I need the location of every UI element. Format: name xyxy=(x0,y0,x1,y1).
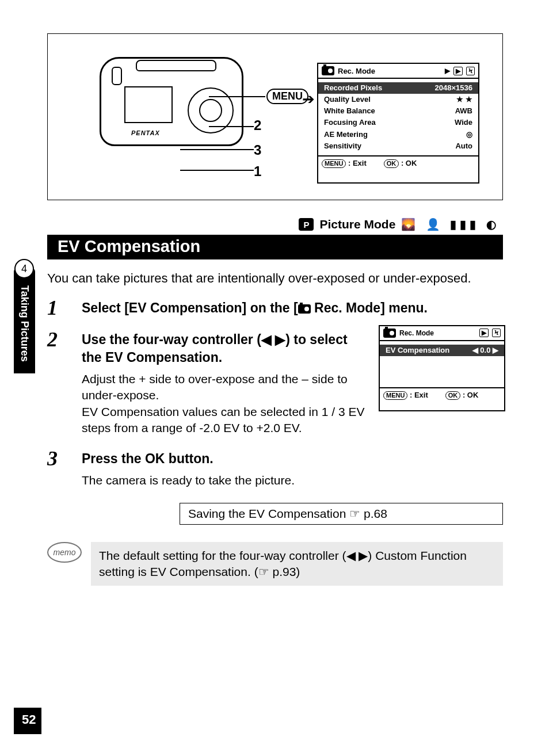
menu-value: AWB xyxy=(455,105,472,117)
page-number: 52 xyxy=(14,708,41,734)
foot-ok: OK xyxy=(467,391,479,399)
setup-tab-icon: Ϟ xyxy=(492,329,501,337)
lcd-ev-compensation: Rec. Mode ▶ Ϟ EV Compensation ◀ 0.0 ▶ ME… xyxy=(379,325,505,411)
foot-exit: Exit xyxy=(353,159,367,167)
step-text: Rec. Mode] menu. xyxy=(311,300,428,315)
step-body: The camera is ready to take the picture. xyxy=(82,472,503,488)
menu-row: EV Compensation ◀ 0.0 ▶ xyxy=(380,345,504,356)
menu-row: AE Metering ◎ xyxy=(324,129,472,140)
menu-label: Sensitivity xyxy=(324,140,361,152)
memo-text: The default setting for the four-way con… xyxy=(91,542,503,586)
intro-text: You can take pictures that are intention… xyxy=(47,270,503,288)
camera-icon xyxy=(383,329,396,338)
arrow-right-icon: ➔ xyxy=(302,90,315,108)
picture-mode-label: Picture Mode xyxy=(319,217,395,231)
menu-label: Quality Level xyxy=(324,94,371,105)
tab-indicator-icon: ▶ xyxy=(445,67,450,75)
menu-label: AE Metering xyxy=(324,129,368,140)
menu-label: White Balance xyxy=(324,105,375,117)
menu-row: Recorded Pixels 2048×1536 xyxy=(318,82,478,94)
menu-row: Focusing Area Wide xyxy=(324,117,472,128)
camera-illustration: PENTAX xyxy=(100,57,255,172)
menu-row: Quality Level ★ ★ xyxy=(324,94,472,105)
leader-line xyxy=(180,149,254,150)
callout-1: 1 xyxy=(254,163,261,180)
menu-value: Auto xyxy=(455,140,472,152)
leader-line xyxy=(209,126,254,127)
lcd-rec-mode-menu: Rec. Mode ▶ ▶ Ϟ Recorded Pixels 2048×153… xyxy=(317,63,479,184)
leader-line xyxy=(180,170,254,171)
program-mode-icon: P xyxy=(299,218,314,231)
menu-row: Sensitivity Auto xyxy=(324,140,472,152)
menu-value: Wide xyxy=(455,117,472,128)
scene-mode-icons: 🌄 👤 ▮▮▮ ◐ xyxy=(401,217,500,231)
menu-value: ◀ 0.0 ▶ xyxy=(472,345,498,356)
memo-label: memo xyxy=(47,542,82,563)
lcd-title: Rec. Mode xyxy=(399,329,434,337)
callout-2: 2 xyxy=(254,117,261,133)
setup-tab-icon: Ϟ xyxy=(466,67,475,75)
reference-box: Saving the EV Compensation ☞ p.68 xyxy=(180,503,503,525)
camera-icon xyxy=(322,66,334,75)
ok-chip: OK xyxy=(384,159,399,168)
step-body: Adjust the + side to over-expose and the… xyxy=(82,371,369,436)
menu-value: 2048×1536 xyxy=(435,82,472,94)
lcd-title: Rec. Mode xyxy=(338,67,375,75)
foot-ok: OK xyxy=(406,159,417,167)
menu-chip: MENU xyxy=(322,159,346,168)
playback-tab-icon: ▶ xyxy=(479,329,489,337)
camera-icon xyxy=(298,304,311,314)
picture-mode-line: P Picture Mode 🌄 👤 ▮▮▮ ◐ xyxy=(47,217,503,231)
menu-value: ★ ★ xyxy=(456,94,472,105)
steps-list: Select [EV Compensation] on the [ Rec. M… xyxy=(47,299,503,489)
playback-tab-icon: ▶ xyxy=(453,67,463,75)
leader-line xyxy=(209,96,265,97)
menu-label: EV Compensation xyxy=(386,345,449,356)
chapter-title: Taking Pictures xyxy=(14,268,35,373)
step-3: Press the OK button. The camera is ready… xyxy=(47,450,503,488)
menu-chip: MENU xyxy=(383,391,407,400)
callout-3: 3 xyxy=(254,142,261,158)
camera-brand: PENTAX xyxy=(131,129,160,136)
chapter-tab: 4 Taking Pictures xyxy=(10,259,38,373)
step-2: Use the four-way controller (◀ ▶) to sel… xyxy=(47,331,503,436)
ok-chip: OK xyxy=(445,391,461,400)
step-text: Select [EV Compensation] on the [ xyxy=(82,300,298,315)
foot-exit: Exit xyxy=(414,391,428,399)
menu-label: Recorded Pixels xyxy=(324,82,382,94)
menu-value: ◎ xyxy=(466,129,472,140)
step-1: Select [EV Compensation] on the [ Rec. M… xyxy=(47,299,503,317)
menu-label: Focusing Area xyxy=(324,117,376,128)
memo-row: memo The default setting for the four-wa… xyxy=(47,542,503,586)
step-head: Press the OK button. xyxy=(82,450,503,468)
section-title: EV Compensation xyxy=(47,235,503,259)
step-head: Use the four-way controller (◀ ▶) to sel… xyxy=(82,331,369,366)
page-content: PENTAX MENU ➔ 2 3 1 Rec. Mode ▶ ▶ Ϟ Reco… xyxy=(47,33,503,586)
step-head: Select [EV Compensation] on the [ Rec. M… xyxy=(82,299,503,317)
illustration-box: PENTAX MENU ➔ 2 3 1 Rec. Mode ▶ ▶ Ϟ Reco… xyxy=(47,33,503,200)
chapter-number: 4 xyxy=(14,259,34,278)
menu-row: White Balance AWB xyxy=(324,105,472,117)
memo-icon: memo xyxy=(47,542,82,563)
